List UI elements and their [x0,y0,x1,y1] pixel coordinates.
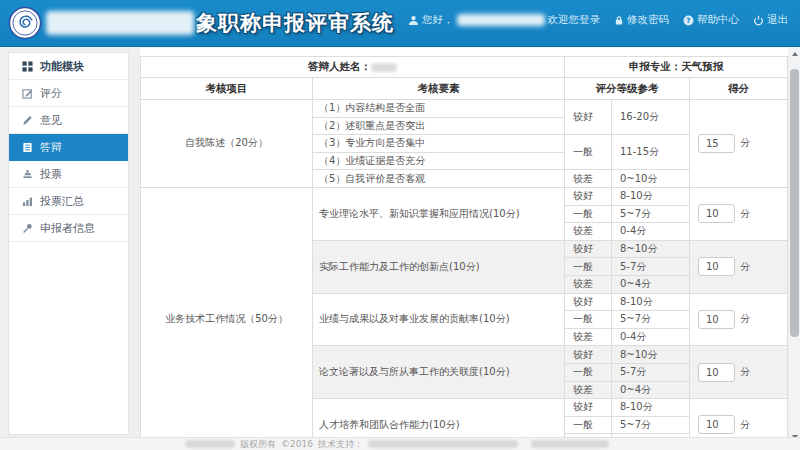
assessment-table-body: 答辩人姓名： 申报专业：天气预报 考核项目 考核要素 评分等级参考 得分 自我陈… [141,57,788,438]
sidebar-menu: 功能模块评分意见答辩投票投票汇总申报者信息 [8,52,129,435]
sidebar-item-opinion[interactable]: 意见 [9,107,128,134]
grade-range-cell: 0-4分 [612,223,690,241]
score-unit: 分 [740,261,750,272]
lock-icon [614,15,624,26]
grade-label-cell: 一般 [565,205,612,223]
element-cell: （3）专业方向是否集中 [313,135,565,153]
vertical-scrollbar[interactable] [789,48,800,443]
project-cell: 自我陈述（20分） [141,100,313,188]
app-header: 象职称申报评审系统 您好， 欢迎您登录 修改密码 ? 帮助中心 [0,0,800,47]
scroll-up-arrow-icon[interactable] [789,48,800,60]
column-header-grade-reference: 评分等级参考 [565,78,690,100]
grade-label-cell: 较差 [565,381,612,399]
question-circle-icon: ? [683,15,694,26]
pencil-icon [22,114,34,126]
defender-name-cell: 答辩人姓名： [141,57,565,78]
defender-name-label: 答辩人姓名： [308,60,371,72]
sidebar-item-label: 投票汇总 [40,194,84,209]
score-input[interactable] [698,363,735,382]
score-cell: 分 [690,293,788,346]
grade-range-cell: 5-7分 [612,363,690,381]
element-cell: 实际工作能力及工作的创新点(10分) [313,240,565,293]
grade-range-cell: 5~7分 [612,205,690,223]
sidebar-item-vote-summary[interactable]: 投票汇总 [9,188,128,215]
assessment-table: 答辩人姓名： 申报专业：天气预报 考核项目 考核要素 评分等级参考 得分 自我陈… [140,56,788,437]
logout-link[interactable]: 退出 [753,13,788,27]
page-footer: 版权所有 ©2016 技术支持： [0,437,800,450]
grade-label-cell: 较好 [565,100,612,135]
sidebar-item-applicant-info[interactable]: 申报者信息 [9,215,128,242]
score-cell: 分 [690,100,788,188]
support-label: 技术支持： [318,438,363,450]
redacted-defender-name [371,63,397,72]
redacted-user-name [457,14,545,26]
score-input[interactable] [698,257,735,276]
sidebar-item-label: 答辩 [40,140,62,155]
score-cell: 分 [690,346,788,399]
sidebar-item-label: 功能模块 [40,59,84,74]
grade-range-cell: 11-15分 [612,135,690,170]
table-row: 自我陈述（20分）（1）内容结构是否全面较好16-20分分 [141,100,788,118]
grade-range-cell: 5-7分 [612,258,690,276]
sidebar-item-label: 投票 [40,167,62,182]
element-cell: 论文论著以及与所从事工作的关联度(10分) [313,346,565,399]
score-cell: 分 [690,240,788,293]
score-input[interactable] [698,204,735,223]
score-unit: 分 [740,208,750,219]
user-greeting: 您好， 欢迎您登录 [408,13,600,27]
grade-label-cell: 一般 [565,258,612,276]
sidebar-item-modules[interactable]: 功能模块 [9,53,128,80]
sidebar-item-label: 申报者信息 [40,221,95,236]
change-password-link[interactable]: 修改密码 [614,13,669,27]
grade-label-cell: 较差 [565,170,612,188]
element-cell: 人才培养和团队合作能力(10分) [313,399,565,437]
grade-range-cell: 0~4分 [612,381,690,399]
book-icon [22,141,34,153]
power-icon [753,15,764,26]
grade-label-cell: 一般 [565,311,612,329]
major-label: 申报专业： [629,60,682,72]
svg-text:?: ? [686,15,690,24]
top-user-menu: 您好， 欢迎您登录 修改密码 ? 帮助中心 退出 [408,13,788,27]
sidebar-item-label: 评分 [40,86,62,101]
score-input[interactable] [698,415,735,434]
sidebar-item-label: 意见 [40,113,62,128]
sidebar-item-score[interactable]: 评分 [9,80,128,107]
grade-label-cell: 较差 [565,328,612,346]
copyright-year: ©2016 [281,439,313,449]
pushpin-icon [22,222,34,234]
grade-range-cell: 5~7分 [612,311,690,329]
user-icon [408,15,419,26]
score-cell: 分 [690,187,788,240]
grid-icon [22,60,34,72]
help-center-link[interactable]: ? 帮助中心 [683,13,739,27]
element-cell: （2）述职重点是否突出 [313,117,565,135]
content-panel: 答辩人姓名： 申报专业：天气预报 考核项目 考核要素 评分等级参考 得分 自我陈… [140,48,788,437]
grade-label-cell: 较好 [565,399,612,417]
score-input[interactable] [698,134,735,153]
grade-label-cell: 一般 [565,363,612,381]
grade-range-cell: 0~4分 [612,275,690,293]
score-input[interactable] [698,310,735,329]
major-value: 天气预报 [681,60,723,72]
defender-info-row: 答辩人姓名： 申报专业：天气预报 [141,57,788,78]
edit-square-icon [22,87,34,99]
redacted-support-extra [531,440,609,448]
sidebar-item-defense[interactable]: 答辩 [9,134,128,161]
grade-label-cell: 较差 [565,223,612,241]
column-header-score: 得分 [690,78,788,100]
sidebar-item-vote[interactable]: 投票 [9,161,128,188]
scrollbar-thumb[interactable] [790,69,799,337]
grade-range-cell: 8-10分 [612,187,690,205]
element-cell: （5）自我评价是否客观 [313,170,565,188]
redacted-footer-owner [185,440,235,448]
grade-label-cell: 较好 [565,293,612,311]
project-cell: 业务技术工作情况（50分） [141,187,313,437]
grade-range-cell: 0~10分 [612,170,690,188]
grade-range-cell: 0-4分 [612,328,690,346]
meteorology-logo-icon [8,6,42,40]
grade-label-cell: 一般 [565,135,612,170]
grade-range-cell: 8~10分 [612,346,690,364]
redacted-region-name [46,11,194,35]
element-cell: （4）业绩证据是否充分 [313,152,565,170]
